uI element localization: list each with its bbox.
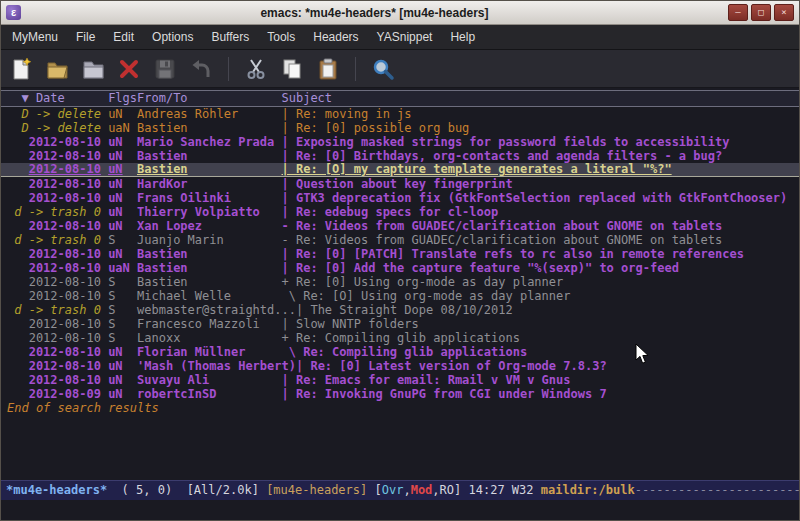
message-row[interactable]: 2012-08-10uNBastien| Re: [0] [PATCH] Tra… xyxy=(1,247,799,261)
menu-yasnippet[interactable]: YASnippet xyxy=(368,25,442,49)
menu-help[interactable]: Help xyxy=(441,25,484,49)
msg-date: 2012-08-10 xyxy=(7,135,101,149)
maximize-button[interactable]: □ xyxy=(751,4,771,21)
message-row[interactable]: 2012-08-10uNFlorian Müllner \ Re: Compil… xyxy=(1,345,799,359)
message-row[interactable]: 2012-08-10uN'Mash (Thomas Herbert)| Re: … xyxy=(1,359,799,373)
buffer-area[interactable]: ▼ DateFlgsFrom/ToSubjectD -> deleteuNAnd… xyxy=(1,88,799,480)
toolbar-separator xyxy=(355,57,356,81)
kill-buffer-icon[interactable] xyxy=(116,56,142,82)
msg-from: webmaster@straightd... xyxy=(137,303,296,317)
msg-flags: uN xyxy=(108,359,137,373)
modeline-major-mode: [mu4e-headers] xyxy=(266,483,374,497)
msg-flags: S xyxy=(108,303,137,317)
window-title: emacs: *mu4e-headers* [mu4e-headers] xyxy=(21,6,728,20)
menu-file[interactable]: File xyxy=(67,25,104,49)
modeline-overwrite-flag: Ovr xyxy=(382,483,404,497)
msg-date: 2012-08-10 xyxy=(7,261,101,275)
message-row[interactable]: 2012-08-10uNHardKor| Question about key … xyxy=(1,177,799,191)
msg-flags: uaN xyxy=(108,121,137,135)
modeline-time: 14:27 W32 xyxy=(468,483,540,497)
msg-from: Mario Sanchez Prada xyxy=(137,135,281,149)
msg-date: 2012-08-10 xyxy=(7,345,101,359)
msg-subject: | Re: edebug specs for cl-loop xyxy=(282,205,499,219)
msg-subject: | Re: [0] Latest version of Org-mode 7.8… xyxy=(296,359,607,373)
menu-headers[interactable]: Headers xyxy=(304,25,367,49)
modeline-buffer-name: *mu4e-headers* xyxy=(6,483,107,497)
message-row[interactable]: 2012-08-10uNSuvayu Ali| Re: Emacs for em… xyxy=(1,373,799,387)
modeline-position: ( 5, 0) xyxy=(107,483,186,497)
save-buffer-icon xyxy=(152,56,178,82)
modeline-query-count: [All/2.0k] xyxy=(187,483,266,497)
msg-subject: | Re: moving in js xyxy=(282,107,412,121)
modeline-modified-flag: Mod xyxy=(411,483,433,497)
msg-flags: S xyxy=(108,331,137,345)
message-row[interactable]: 2012-08-10uNXan Lopez- Re: Videos from G… xyxy=(1,219,799,233)
msg-subject: | Re: [O] my capture template generates … xyxy=(282,163,672,176)
menu-tools[interactable]: Tools xyxy=(258,25,304,49)
message-row[interactable]: 2012-08-10SBastien+ Re: [0] Using org-mo… xyxy=(1,275,799,289)
msg-flags: uN xyxy=(108,345,137,359)
message-row[interactable]: 2012-08-10SLanoxx+ Re: Compiling glib ap… xyxy=(1,331,799,345)
msg-subject: | Re: Emacs for email: Rmail v VM v Gnus xyxy=(282,373,571,387)
open-file-icon[interactable] xyxy=(44,56,70,82)
message-row[interactable]: D -> deleteuaNBastien| Re: [0] possible … xyxy=(1,121,799,135)
msg-from: 'Mash (Thomas Herbert) xyxy=(137,359,296,373)
msg-date: 2012-08-10 xyxy=(7,247,101,261)
msg-subject: | Re: [0] [PATCH] Translate refs to rc a… xyxy=(282,247,744,261)
menu-mymenu[interactable]: MyMenu xyxy=(3,25,67,49)
column-date[interactable]: ▼ Date xyxy=(7,91,101,106)
directory-icon[interactable] xyxy=(80,56,106,82)
msg-subject: | The Straight Dope 08/10/2012 xyxy=(296,303,513,317)
msg-date: 2012-08-10 xyxy=(7,177,101,191)
column-flags[interactable]: Flgs xyxy=(108,91,137,106)
msg-subject: | Re: [0] Add the capture feature "%(sex… xyxy=(282,261,679,275)
msg-date: D -> delete xyxy=(7,107,101,121)
echo-area[interactable] xyxy=(1,500,799,520)
msg-from: Bastien xyxy=(137,261,281,275)
title-bar[interactable]: ε emacs: *mu4e-headers* [mu4e-headers] –… xyxy=(1,1,799,25)
msg-subject: | Slow NNTP folders xyxy=(282,317,419,331)
message-row[interactable]: 2012-08-10uNFrans Oilinki| GTK3 deprecat… xyxy=(1,191,799,205)
message-row[interactable]: 2012-08-10uNBastien| Re: [0] Birthdays, … xyxy=(1,149,799,163)
message-row[interactable]: 2012-08-09uNrobertcInSD| Re: Invoking Gn… xyxy=(1,387,799,401)
message-row[interactable]: 2012-08-10uNMario Sanchez Prada| Exposin… xyxy=(1,135,799,149)
new-file-icon[interactable] xyxy=(8,56,34,82)
close-button[interactable]: × xyxy=(774,4,794,21)
column-subject[interactable]: Subject xyxy=(282,91,333,105)
toolbar-separator xyxy=(228,57,229,81)
message-row[interactable]: d -> trash 0uNThierry Volpiatto| Re: ede… xyxy=(1,205,799,219)
msg-flags: uaN xyxy=(108,261,137,275)
window-controls: –□× xyxy=(728,4,794,21)
menu-edit[interactable]: Edit xyxy=(104,25,143,49)
message-row[interactable]: d -> trash 0Swebmaster@straightd...| The… xyxy=(1,303,799,317)
cut-icon[interactable] xyxy=(243,56,269,82)
msg-flags: S xyxy=(108,317,137,331)
copy-icon[interactable] xyxy=(279,56,305,82)
menu-options[interactable]: Options xyxy=(143,25,202,49)
msg-subject: \ Re: Compiling glib applications xyxy=(282,345,528,359)
message-row[interactable]: 2012-08-10uaNBastien| Re: [0] Add the ca… xyxy=(1,261,799,275)
message-row[interactable]: d -> trash 0SJuanjo Marin- Re: Videos fr… xyxy=(1,233,799,247)
column-from[interactable]: From/To xyxy=(137,91,281,106)
message-row[interactable]: 2012-08-10uNBastien| Re: [O] my capture … xyxy=(1,163,799,177)
msg-flags: uN xyxy=(108,149,137,163)
msg-date: d -> trash 0 xyxy=(7,303,101,317)
menu-buffers[interactable]: Buffers xyxy=(202,25,258,49)
msg-date: 2012-08-10 xyxy=(7,289,101,303)
msg-subject: + Re: Compiling glib applications xyxy=(282,331,520,345)
paste-icon[interactable] xyxy=(315,56,341,82)
message-row[interactable]: 2012-08-10SMichael Welle \ Re: [O] Using… xyxy=(1,289,799,303)
modeline-readonly-flag: RO xyxy=(440,483,454,497)
msg-from: Xan Lopez xyxy=(137,219,281,233)
message-row[interactable]: D -> deleteuNAndreas Röhler| Re: moving … xyxy=(1,107,799,121)
minimize-button[interactable]: – xyxy=(728,4,748,21)
msg-flags: uN xyxy=(108,163,137,176)
msg-subject: - Re: Videos from GUADEC/clarification a… xyxy=(282,233,723,247)
search-icon[interactable] xyxy=(370,56,396,82)
modeline-bracket-open: [ xyxy=(375,483,382,497)
msg-flags: uN xyxy=(108,219,137,233)
msg-date: 2012-08-10 xyxy=(7,331,101,345)
msg-flags: uN xyxy=(108,205,137,219)
msg-date: D -> delete xyxy=(7,121,101,135)
message-row[interactable]: 2012-08-10SFrancesco Mazzoli| Slow NNTP … xyxy=(1,317,799,331)
